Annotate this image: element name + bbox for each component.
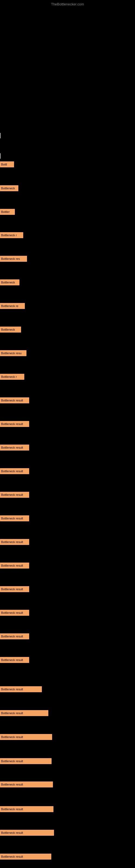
- bottleneck-item-11: Bottleneck result: [0, 421, 29, 427]
- bottleneck-item-26: Bottleneck result: [0, 781, 53, 787]
- bottleneck-item-12: Bottleneck result: [0, 444, 29, 451]
- bottleneck-item-28: Bottleneck result: [0, 830, 54, 836]
- site-title: TheBottlenecker.com: [51, 2, 84, 6]
- bottleneck-item-5: Bottleneck: [0, 279, 19, 285]
- bottleneck-item-7: Bottleneck: [0, 327, 21, 333]
- bottleneck-item-18: Bottleneck result: [0, 586, 29, 592]
- bottleneck-item-21: Bottleneck result: [0, 657, 29, 663]
- bottleneck-item-6: Bottleneck re: [0, 303, 25, 309]
- bottleneck-item-4: Bottleneck res: [0, 256, 27, 262]
- bottleneck-item-8: Bottleneck resu: [0, 350, 27, 356]
- bottleneck-item-24: Bottleneck result: [0, 734, 52, 740]
- bottleneck-item-15: Bottleneck result: [0, 516, 29, 521]
- bottleneck-item-0: Bottl: [0, 161, 14, 167]
- bottleneck-item-16: Bottleneck result: [0, 539, 29, 545]
- bottleneck-item-22: Bottleneck result: [0, 686, 42, 692]
- bottleneck-item-10: Bottleneck result: [0, 397, 29, 403]
- bottleneck-item-23: Bottleneck result: [0, 710, 48, 716]
- bottleneck-item-29: Bottleneck result: [0, 854, 51, 860]
- cursor-line-2: [0, 153, 1, 159]
- bottleneck-item-20: Bottleneck result: [0, 633, 29, 639]
- bottleneck-item-3: Bottleneck r: [0, 232, 23, 238]
- bottleneck-item-27: Bottleneck result: [0, 806, 53, 812]
- cursor-line-1: [0, 133, 1, 138]
- bottleneck-item-19: Bottleneck result: [0, 610, 29, 616]
- bottleneck-item-13: Bottleneck result: [0, 468, 29, 474]
- bottleneck-item-17: Bottleneck result: [0, 563, 29, 568]
- bottleneck-item-2: Bottler: [0, 209, 15, 215]
- bottleneck-item-14: Bottleneck result: [0, 492, 29, 498]
- bottleneck-item-1: Bottleneck: [0, 185, 18, 191]
- bottleneck-item-25: Bottleneck result: [0, 758, 52, 764]
- bottleneck-item-9: Bottleneck r: [0, 374, 24, 380]
